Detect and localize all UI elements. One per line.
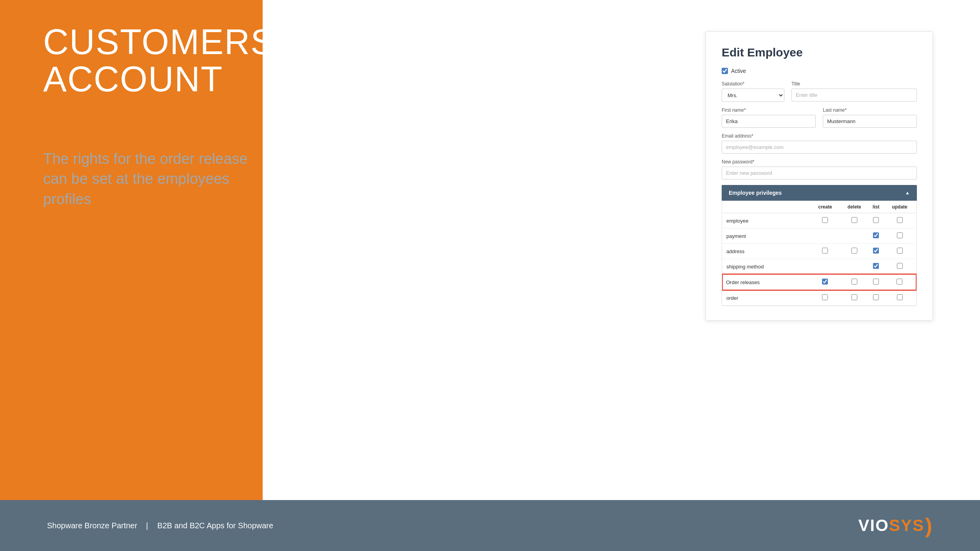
- last-name-group: Last name*: [823, 107, 917, 128]
- viosys-text: VIOSYS: [858, 516, 924, 535]
- privilege-delete-shipping-method: [840, 259, 869, 275]
- col-update: update: [883, 201, 916, 213]
- active-checkbox[interactable]: [722, 68, 728, 74]
- privilege-update-employee: [883, 213, 916, 228]
- privilege-list-order: [869, 290, 883, 306]
- salutation-select[interactable]: Mrs. Mr. Ms. Dr.: [722, 89, 784, 102]
- email-row: Email address*: [722, 133, 917, 154]
- privileges-title: Employee privileges: [729, 190, 782, 196]
- checkbox-list-order[interactable]: [873, 294, 879, 300]
- privilege-list-address: [869, 244, 883, 259]
- privilege-row-address: address: [722, 244, 916, 259]
- privilege-list-shipping-method: [869, 259, 883, 275]
- privilege-update-order-releases: [883, 274, 916, 290]
- col-create: create: [810, 201, 840, 213]
- checkbox-delete-order-releases[interactable]: [851, 279, 857, 285]
- privileges-header-row: create delete list update: [722, 201, 916, 213]
- title-label: Title: [791, 81, 917, 87]
- privilege-list-payment: [869, 228, 883, 244]
- checkbox-update-order-releases[interactable]: [897, 279, 902, 285]
- privilege-row-order-releases: Order releases: [722, 274, 916, 290]
- heading-customers: CUSTOMERS ACCOUNT: [43, 24, 239, 98]
- privileges-header[interactable]: Employee privileges ▲: [722, 185, 917, 201]
- checkbox-delete-address[interactable]: [851, 248, 857, 254]
- privilege-create-shipping-method: [810, 259, 840, 275]
- last-name-label: Last name*: [823, 107, 917, 113]
- privilege-update-payment: [883, 228, 916, 244]
- privilege-row-employee: employee: [722, 213, 916, 228]
- checkbox-create-order-releases[interactable]: [822, 279, 828, 285]
- checkbox-create-employee[interactable]: [822, 217, 828, 223]
- checkbox-list-shipping-method[interactable]: [873, 263, 879, 269]
- footer-separator: |: [146, 521, 151, 530]
- privileges-table-container: create delete list update employeepaymen…: [722, 201, 917, 306]
- checkbox-update-address[interactable]: [897, 248, 903, 254]
- checkbox-list-payment[interactable]: [873, 232, 879, 238]
- privilege-list-order-releases: [869, 274, 883, 290]
- checkbox-delete-order[interactable]: [851, 294, 857, 300]
- privileges-table: create delete list update employeepaymen…: [722, 201, 916, 306]
- email-label: Email address*: [722, 133, 917, 139]
- active-label: Active: [731, 68, 746, 74]
- name-row: First name* Last name*: [722, 107, 917, 128]
- salutation-group: Salutation* Mrs. Mr. Ms. Dr.: [722, 81, 784, 102]
- checkbox-update-employee[interactable]: [897, 217, 903, 223]
- privilege-update-address: [883, 244, 916, 259]
- password-row: New password*: [722, 159, 917, 179]
- footer-partner-text: Shopware Bronze Partner: [47, 521, 137, 530]
- title-group: Title: [791, 81, 917, 102]
- title-input[interactable]: [791, 89, 917, 102]
- privilege-delete-payment: [840, 228, 869, 244]
- privileges-chevron-icon: ▲: [905, 190, 910, 196]
- privilege-update-shipping-method: [883, 259, 916, 275]
- password-group: New password*: [722, 159, 917, 179]
- checkbox-delete-employee[interactable]: [851, 217, 857, 223]
- checkbox-list-employee[interactable]: [873, 217, 879, 223]
- checkbox-list-address[interactable]: [873, 248, 879, 254]
- email-group: Email address*: [722, 133, 917, 154]
- checkbox-create-address[interactable]: [822, 248, 828, 254]
- privilege-list-employee: [869, 213, 883, 228]
- viosys-logo: VIOSYS ): [858, 515, 933, 536]
- checkbox-update-order[interactable]: [897, 294, 903, 300]
- privilege-name-address: address: [722, 244, 810, 259]
- privilege-update-order: [883, 290, 916, 306]
- footer: Shopware Bronze Partner | B2B and B2C Ap…: [0, 500, 980, 551]
- password-input[interactable]: [722, 167, 917, 179]
- first-name-label: First name*: [722, 107, 816, 113]
- col-name: [722, 201, 810, 213]
- checkbox-create-order[interactable]: [822, 294, 828, 300]
- privilege-create-order: [810, 290, 840, 306]
- col-delete: delete: [840, 201, 869, 213]
- privilege-row-order: order: [722, 290, 916, 306]
- privilege-row-payment: payment: [722, 228, 916, 244]
- password-label: New password*: [722, 159, 917, 165]
- checkbox-update-payment[interactable]: [897, 232, 903, 238]
- privilege-name-employee: employee: [722, 213, 810, 228]
- footer-apps-text: B2B and B2C Apps for Shopware: [157, 521, 273, 530]
- privilege-create-address: [810, 244, 840, 259]
- salutation-label: Salutation*: [722, 81, 784, 87]
- edit-employee-card: Edit Employee Active Salutation* Mrs. Mr…: [706, 31, 933, 321]
- privilege-create-payment: [810, 228, 840, 244]
- privilege-create-employee: [810, 213, 840, 228]
- privilege-delete-address: [840, 244, 869, 259]
- privilege-delete-employee: [840, 213, 869, 228]
- active-row: Active: [722, 68, 917, 74]
- privilege-name-order: order: [722, 290, 810, 306]
- privilege-delete-order: [840, 290, 869, 306]
- first-name-group: First name*: [722, 107, 816, 128]
- card-title: Edit Employee: [722, 46, 917, 59]
- first-name-input[interactable]: [722, 115, 816, 128]
- left-panel: CUSTOMERS ACCOUNT: [0, 0, 263, 500]
- checkbox-update-shipping-method[interactable]: [897, 263, 903, 269]
- footer-text: Shopware Bronze Partner | B2B and B2C Ap…: [47, 521, 273, 530]
- viosys-symbol: ): [925, 515, 933, 536]
- privilege-delete-order-releases: [840, 274, 869, 290]
- checkbox-list-order-releases[interactable]: [873, 279, 879, 285]
- description-text: The rights for the order release can be …: [43, 149, 259, 209]
- col-list: list: [869, 201, 883, 213]
- last-name-input[interactable]: [823, 115, 917, 128]
- email-input[interactable]: [722, 141, 917, 154]
- privilege-row-shipping-method: shipping method: [722, 259, 916, 275]
